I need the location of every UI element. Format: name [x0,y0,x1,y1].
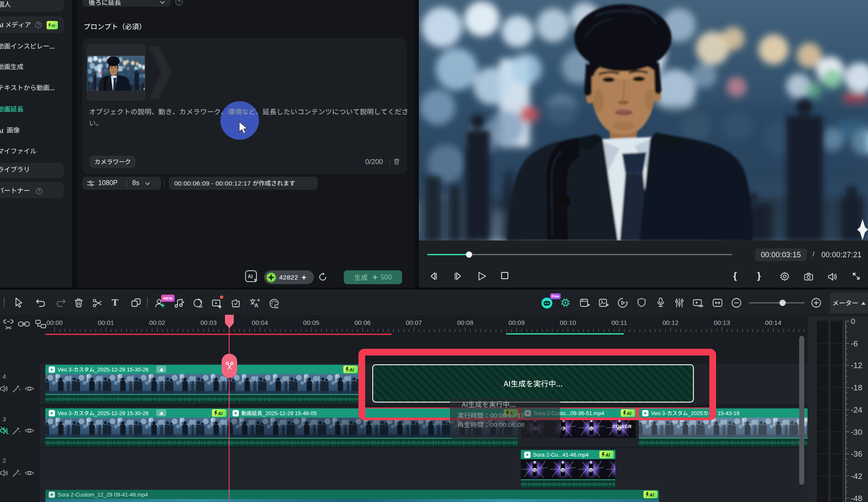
svg-text:00:03: 00:03 [201,319,217,326]
svg-text:-6: -6 [851,339,858,348]
svg-text:AI: AI [217,411,223,416]
svg-text:-12: -12 [851,361,862,370]
svg-text:00:12: 00:12 [662,319,679,326]
svg-text:AI: AI [626,411,632,416]
svg-text:00:04: 00:04 [252,319,268,326]
svg-text:-30: -30 [851,428,862,437]
svg-text:00:05: 00:05 [303,319,319,326]
svg-text:AI: AI [248,274,253,280]
svg-text:AI: AI [51,24,55,28]
svg-text:00:01: 00:01 [98,319,114,326]
svg-text:AI: AI [275,306,278,309]
svg-text:-48: -48 [851,494,862,502]
svg-text:AI: AI [349,367,354,372]
svg-text:00:13: 00:13 [714,319,730,326]
svg-text:00:09: 00:09 [508,319,525,326]
svg-text:00:02: 00:02 [149,319,165,326]
svg-text:00:07: 00:07 [406,319,422,326]
svg-text:-18: -18 [851,383,862,392]
svg-text:00:11: 00:11 [611,319,627,326]
svg-text:00:14: 00:14 [765,319,782,326]
svg-text:AI: AI [199,305,202,309]
svg-text:A: A [254,302,259,309]
svg-text:0: 0 [851,317,855,326]
svg-text:00:10: 00:10 [560,319,576,326]
svg-text:00:00: 00:00 [47,319,63,326]
svg-text:-24: -24 [851,405,863,414]
svg-text:-36: -36 [851,450,862,458]
svg-text:AI: AI [605,452,610,458]
svg-text:00:08: 00:08 [457,319,473,326]
svg-text:AI: AI [649,492,654,497]
svg-text:-42: -42 [851,472,862,481]
svg-text:00:06: 00:06 [354,319,371,326]
